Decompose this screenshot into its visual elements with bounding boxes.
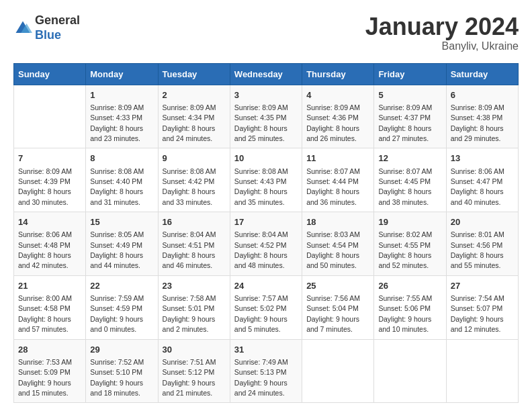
day-number: 12 bbox=[378, 152, 441, 165]
day-number: 27 bbox=[451, 280, 514, 292]
calendar-cell: 21Sunrise: 8:00 AM Sunset: 4:58 PM Dayli… bbox=[14, 275, 86, 339]
calendar-cell: 8Sunrise: 8:08 AM Sunset: 4:40 PM Daylig… bbox=[86, 148, 158, 212]
day-number: 7 bbox=[18, 152, 81, 165]
day-number: 28 bbox=[18, 344, 81, 356]
calendar-cell bbox=[374, 339, 446, 403]
day-number: 31 bbox=[234, 344, 298, 356]
day-info: Sunrise: 7:56 AM Sunset: 5:04 PM Dayligh… bbox=[306, 294, 360, 333]
day-number: 24 bbox=[234, 280, 298, 292]
calendar-cell: 14Sunrise: 8:06 AM Sunset: 4:48 PM Dayli… bbox=[14, 212, 86, 276]
day-info: Sunrise: 7:49 AM Sunset: 5:13 PM Dayligh… bbox=[234, 358, 288, 397]
day-number: 3 bbox=[234, 89, 298, 101]
day-info: Sunrise: 8:06 AM Sunset: 4:48 PM Dayligh… bbox=[18, 230, 72, 269]
month-title: January 2024 bbox=[365, 13, 519, 40]
day-number: 11 bbox=[306, 152, 369, 165]
day-info: Sunrise: 8:09 AM Sunset: 4:34 PM Dayligh… bbox=[163, 103, 216, 142]
day-number: 29 bbox=[90, 344, 153, 356]
day-number: 13 bbox=[451, 152, 514, 165]
day-info: Sunrise: 8:07 AM Sunset: 4:44 PM Dayligh… bbox=[306, 167, 360, 206]
header-friday: Friday bbox=[374, 63, 446, 85]
calendar-cell bbox=[446, 339, 518, 403]
page-header: General Blue January 2024 Banyliv, Ukrai… bbox=[13, 13, 519, 52]
header-wednesday: Wednesday bbox=[230, 63, 302, 85]
day-info: Sunrise: 7:54 AM Sunset: 5:07 PM Dayligh… bbox=[451, 294, 504, 333]
day-info: Sunrise: 7:58 AM Sunset: 5:01 PM Dayligh… bbox=[163, 294, 216, 333]
calendar-header-row: SundayMondayTuesdayWednesdayThursdayFrid… bbox=[14, 63, 519, 85]
calendar-cell: 27Sunrise: 7:54 AM Sunset: 5:07 PM Dayli… bbox=[446, 275, 518, 339]
day-number: 2 bbox=[163, 89, 226, 101]
calendar-cell: 1Sunrise: 8:09 AM Sunset: 4:33 PM Daylig… bbox=[86, 85, 158, 148]
day-number: 4 bbox=[306, 89, 369, 101]
calendar-cell bbox=[14, 85, 86, 148]
day-number: 26 bbox=[378, 280, 441, 292]
day-number: 17 bbox=[234, 216, 298, 228]
day-info: Sunrise: 7:52 AM Sunset: 5:10 PM Dayligh… bbox=[90, 358, 144, 397]
logo-text: General Blue bbox=[35, 13, 80, 42]
day-info: Sunrise: 8:09 AM Sunset: 4:37 PM Dayligh… bbox=[378, 103, 432, 142]
calendar-cell: 24Sunrise: 7:57 AM Sunset: 5:02 PM Dayli… bbox=[230, 275, 302, 339]
header-tuesday: Tuesday bbox=[158, 63, 230, 85]
logo: General Blue bbox=[13, 13, 80, 42]
day-info: Sunrise: 8:08 AM Sunset: 4:40 PM Dayligh… bbox=[90, 167, 144, 206]
title-block: January 2024 Banyliv, Ukraine bbox=[365, 13, 519, 52]
day-number: 14 bbox=[18, 216, 81, 228]
day-info: Sunrise: 8:09 AM Sunset: 4:36 PM Dayligh… bbox=[306, 103, 360, 142]
week-row-3: 14Sunrise: 8:06 AM Sunset: 4:48 PM Dayli… bbox=[14, 212, 519, 276]
day-info: Sunrise: 7:59 AM Sunset: 4:59 PM Dayligh… bbox=[90, 294, 144, 333]
day-info: Sunrise: 8:04 AM Sunset: 4:51 PM Dayligh… bbox=[163, 230, 216, 269]
calendar-cell: 4Sunrise: 8:09 AM Sunset: 4:36 PM Daylig… bbox=[302, 85, 374, 148]
week-row-4: 21Sunrise: 8:00 AM Sunset: 4:58 PM Dayli… bbox=[14, 275, 519, 339]
calendar-cell: 11Sunrise: 8:07 AM Sunset: 4:44 PM Dayli… bbox=[302, 148, 374, 212]
calendar-cell: 25Sunrise: 7:56 AM Sunset: 5:04 PM Dayli… bbox=[302, 275, 374, 339]
day-number: 15 bbox=[90, 216, 153, 228]
calendar-cell: 10Sunrise: 8:08 AM Sunset: 4:43 PM Dayli… bbox=[230, 148, 302, 212]
location: Banyliv, Ukraine bbox=[365, 40, 519, 52]
day-number: 16 bbox=[163, 216, 226, 228]
day-info: Sunrise: 8:07 AM Sunset: 4:45 PM Dayligh… bbox=[378, 167, 432, 206]
calendar-cell: 23Sunrise: 7:58 AM Sunset: 5:01 PM Dayli… bbox=[158, 275, 230, 339]
day-number: 18 bbox=[306, 216, 369, 228]
day-info: Sunrise: 8:09 AM Sunset: 4:39 PM Dayligh… bbox=[18, 167, 72, 206]
day-number: 6 bbox=[451, 89, 514, 101]
calendar-cell: 28Sunrise: 7:53 AM Sunset: 5:09 PM Dayli… bbox=[14, 339, 86, 403]
calendar-cell: 12Sunrise: 8:07 AM Sunset: 4:45 PM Dayli… bbox=[374, 148, 446, 212]
day-info: Sunrise: 8:02 AM Sunset: 4:55 PM Dayligh… bbox=[378, 230, 432, 269]
day-number: 5 bbox=[378, 89, 441, 101]
calendar-cell: 15Sunrise: 8:05 AM Sunset: 4:49 PM Dayli… bbox=[86, 212, 158, 276]
day-info: Sunrise: 7:57 AM Sunset: 5:02 PM Dayligh… bbox=[234, 294, 288, 333]
day-info: Sunrise: 8:03 AM Sunset: 4:54 PM Dayligh… bbox=[306, 230, 360, 269]
day-number: 9 bbox=[163, 152, 226, 165]
day-info: Sunrise: 8:01 AM Sunset: 4:56 PM Dayligh… bbox=[451, 230, 504, 269]
day-number: 22 bbox=[90, 280, 153, 292]
header-monday: Monday bbox=[86, 63, 158, 85]
day-info: Sunrise: 8:08 AM Sunset: 4:42 PM Dayligh… bbox=[163, 167, 216, 206]
calendar-cell: 5Sunrise: 8:09 AM Sunset: 4:37 PM Daylig… bbox=[374, 85, 446, 148]
calendar-cell: 18Sunrise: 8:03 AM Sunset: 4:54 PM Dayli… bbox=[302, 212, 374, 276]
day-info: Sunrise: 8:09 AM Sunset: 4:38 PM Dayligh… bbox=[451, 103, 504, 142]
calendar-cell: 29Sunrise: 7:52 AM Sunset: 5:10 PM Dayli… bbox=[86, 339, 158, 403]
day-number: 20 bbox=[451, 216, 514, 228]
calendar-cell: 3Sunrise: 8:09 AM Sunset: 4:35 PM Daylig… bbox=[230, 85, 302, 148]
calendar-table: SundayMondayTuesdayWednesdayThursdayFrid… bbox=[13, 63, 519, 404]
calendar-cell: 26Sunrise: 7:55 AM Sunset: 5:06 PM Dayli… bbox=[374, 275, 446, 339]
calendar-cell: 2Sunrise: 8:09 AM Sunset: 4:34 PM Daylig… bbox=[158, 85, 230, 148]
calendar-cell: 22Sunrise: 7:59 AM Sunset: 4:59 PM Dayli… bbox=[86, 275, 158, 339]
calendar-cell: 7Sunrise: 8:09 AM Sunset: 4:39 PM Daylig… bbox=[14, 148, 86, 212]
day-number: 19 bbox=[378, 216, 441, 228]
day-number: 30 bbox=[163, 344, 226, 356]
day-number: 10 bbox=[234, 152, 298, 165]
day-info: Sunrise: 8:05 AM Sunset: 4:49 PM Dayligh… bbox=[90, 230, 144, 269]
calendar-cell: 30Sunrise: 7:51 AM Sunset: 5:12 PM Dayli… bbox=[158, 339, 230, 403]
day-info: Sunrise: 8:09 AM Sunset: 4:35 PM Dayligh… bbox=[234, 103, 288, 142]
calendar-cell: 19Sunrise: 8:02 AM Sunset: 4:55 PM Dayli… bbox=[374, 212, 446, 276]
header-saturday: Saturday bbox=[446, 63, 518, 85]
calendar-cell: 6Sunrise: 8:09 AM Sunset: 4:38 PM Daylig… bbox=[446, 85, 518, 148]
calendar-cell: 17Sunrise: 8:04 AM Sunset: 4:52 PM Dayli… bbox=[230, 212, 302, 276]
day-number: 1 bbox=[90, 89, 153, 101]
calendar-cell: 20Sunrise: 8:01 AM Sunset: 4:56 PM Dayli… bbox=[446, 212, 518, 276]
header-thursday: Thursday bbox=[302, 63, 374, 85]
day-number: 25 bbox=[306, 280, 369, 292]
calendar-cell bbox=[302, 339, 374, 403]
day-number: 21 bbox=[18, 280, 81, 292]
week-row-2: 7Sunrise: 8:09 AM Sunset: 4:39 PM Daylig… bbox=[14, 148, 519, 212]
